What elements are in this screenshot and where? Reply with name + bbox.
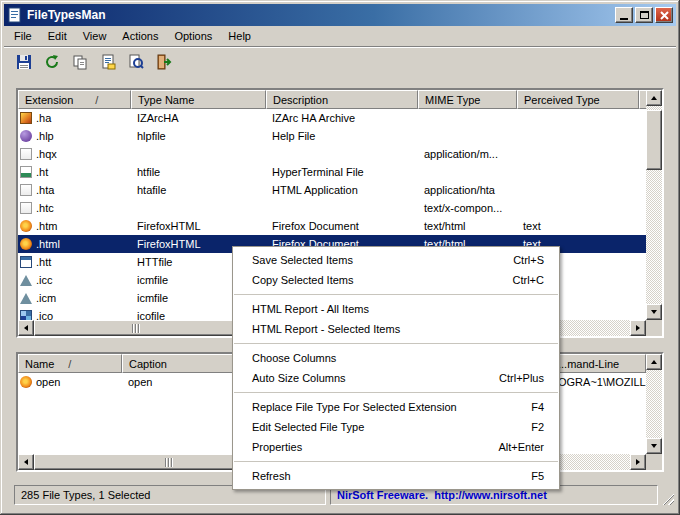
extension-cell: .hta (18, 184, 131, 196)
menu-item-label: Edit Selected File Type (252, 421, 531, 433)
type-cell: htafile (131, 184, 266, 196)
context-menu-item-replace-file-type-for-selected-extension[interactable]: Replace File Type For Selected Extension… (234, 397, 558, 417)
menu-item-view[interactable]: View (75, 28, 115, 44)
menu-item-label: HTML Report - Selected Items (252, 323, 544, 335)
refresh-button[interactable] (40, 51, 64, 75)
extension-cell: .htc (18, 202, 131, 214)
context-menu-item-save-selected-items[interactable]: Save Selected ItemsCtrl+S (234, 250, 558, 270)
menu-separator (234, 457, 558, 466)
menu-item-file[interactable]: File (6, 28, 40, 44)
help-file-icon (20, 130, 32, 142)
exit-button[interactable] (152, 51, 176, 75)
scroll-down-button[interactable] (646, 304, 662, 320)
grip-icon (132, 324, 141, 333)
scroll-down-button[interactable] (646, 438, 662, 454)
file-type-row[interactable]: .htahtafileHTML Applicationapplication/h… (18, 181, 646, 199)
file-type-row[interactable]: .hthtfileHyperTerminal File (18, 163, 646, 181)
sort-indicator-icon: / (68, 358, 71, 370)
window-controls (615, 7, 673, 23)
properties-button[interactable] (96, 51, 120, 75)
menu-item-label: Replace File Type For Selected Extension (252, 401, 531, 413)
extension-label: .htc (36, 202, 54, 214)
file-type-row[interactable]: .haIZArcHAIZArc HA Archive (18, 109, 646, 127)
scrollbar-corner (646, 320, 662, 336)
mime-cell: text/x-compon... (418, 202, 517, 214)
menu-item-actions[interactable]: Actions (114, 28, 166, 44)
desc-cell: IZArc HA Archive (266, 112, 418, 124)
column-header-mime-type[interactable]: MIME Type (418, 90, 517, 109)
extension-label: .ha (36, 112, 51, 124)
page-file-icon (20, 184, 32, 196)
extension-cell: .ico (18, 310, 131, 320)
actions-vertical-scrollbar[interactable] (646, 354, 662, 454)
menu-item-shortcut: F5 (531, 470, 544, 482)
type-cell: IZArcHA (131, 112, 266, 124)
context-menu-item-copy-selected-items[interactable]: Copy Selected ItemsCtrl+C (234, 270, 558, 290)
ico-file-icon (20, 310, 32, 320)
file-type-row[interactable]: .hlphlpfileHelp File (18, 127, 646, 145)
context-menu-item-edit-selected-file-type[interactable]: Edit Selected File TypeF2 (234, 417, 558, 437)
title-bar[interactable]: FileTypesMan (4, 4, 676, 26)
htt-file-icon (20, 256, 32, 268)
menu-item-label: Save Selected Items (252, 254, 513, 266)
page-file-icon (20, 202, 32, 214)
extension-label: .icm (36, 292, 56, 304)
context-menu-item-properties[interactable]: PropertiesAlt+Enter (234, 437, 558, 457)
context-menu-item-auto-size-columns[interactable]: Auto Size ColumnsCtrl+Plus (234, 368, 558, 388)
extension-label: .icc (36, 274, 53, 286)
grip-icon (165, 458, 174, 467)
menu-item-help[interactable]: Help (220, 28, 259, 44)
find-button[interactable] (124, 51, 148, 75)
hyperterm-file-icon (20, 166, 32, 178)
menu-item-options[interactable]: Options (166, 28, 220, 44)
extension-label: .ht (36, 166, 48, 178)
copy-button[interactable] (68, 51, 92, 75)
copy-icon (72, 54, 88, 72)
firefox-file-icon (20, 376, 32, 388)
nirsoft-link[interactable]: NirSoft Freeware. http://www.nirsoft.net (337, 489, 547, 501)
column-header-i[interactable]: I (639, 90, 646, 109)
sort-indicator-icon: / (95, 94, 98, 106)
scroll-left-button[interactable] (18, 454, 34, 470)
extension-label: .htt (36, 256, 51, 268)
column-header-type-name[interactable]: Type Name (131, 90, 266, 109)
menu-item-label: Properties (252, 441, 498, 453)
file-type-row[interactable]: .hqxapplication/m... (18, 145, 646, 163)
context-menu-item-html-report-all-items[interactable]: HTML Report - All Items (234, 299, 558, 319)
menu-bar: FileEditViewActionsOptionsHelp (4, 26, 676, 46)
vertical-scrollbar[interactable] (646, 90, 662, 320)
extension-cell: .ht (18, 166, 131, 178)
context-menu-item-html-report-selected-items[interactable]: HTML Report - Selected Items (234, 319, 558, 339)
scroll-right-button[interactable] (630, 320, 646, 336)
extension-label: .hta (36, 184, 54, 196)
save-button[interactable] (12, 51, 36, 75)
scroll-right-button[interactable] (630, 454, 646, 470)
context-menu-item-choose-columns[interactable]: Choose Columns (234, 348, 558, 368)
file-type-row[interactable]: .htmFirefoxHTMLFirefox Documenttext/html… (18, 217, 646, 235)
type-cell: htfile (131, 166, 266, 178)
scroll-up-button[interactable] (646, 90, 662, 106)
file-type-row[interactable]: .htctext/x-compon... (18, 199, 646, 217)
column-header-name[interactable]: Name/ (18, 354, 122, 373)
maximize-button[interactable] (635, 7, 653, 23)
close-button[interactable] (655, 7, 673, 23)
vertical-scrollbar-thumb[interactable] (646, 110, 662, 170)
extension-label: .html (36, 238, 60, 250)
toolbar (4, 46, 676, 79)
column-header-perceived-type[interactable]: Perceived Type (517, 90, 639, 109)
extension-cell: .hqx (18, 148, 131, 160)
column-header-command-line[interactable]: ...mand-Line (554, 354, 646, 373)
resize-grip[interactable] (661, 492, 674, 505)
horizontal-scrollbar-thumb[interactable] (34, 320, 239, 336)
menu-item-shortcut: Alt+Enter (498, 441, 544, 453)
extension-label: .hlp (36, 130, 54, 142)
column-header-description[interactable]: Description (266, 90, 418, 109)
context-menu-item-refresh[interactable]: RefreshF5 (234, 466, 558, 486)
scroll-up-button[interactable] (646, 354, 662, 370)
menu-item-edit[interactable]: Edit (40, 28, 75, 44)
extension-cell: .hlp (18, 130, 131, 142)
scroll-left-button[interactable] (18, 320, 34, 336)
column-header-extension[interactable]: Extension/ (18, 90, 131, 109)
minimize-button[interactable] (615, 7, 633, 23)
column-label: Caption (129, 358, 167, 370)
